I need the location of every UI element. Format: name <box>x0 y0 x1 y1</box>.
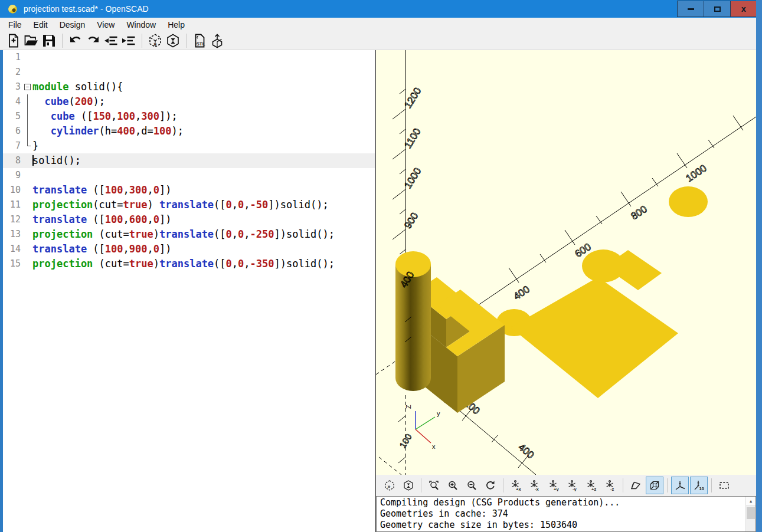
y-axis-line <box>465 117 756 314</box>
console-panel: Compiling design (CSG Products generatio… <box>376 496 756 532</box>
line-number: 6 <box>3 124 23 139</box>
view-neg-x-button[interactable]: -x <box>526 477 544 494</box>
code-editor[interactable]: 123−module solid(){4 cube(200);5 cube ([… <box>3 50 375 532</box>
fold-guide-line <box>27 109 28 124</box>
preview-icon: » <box>384 480 395 491</box>
svg-text:10: 10 <box>699 486 704 491</box>
render-preview-button[interactable]: » <box>146 32 164 49</box>
show-axes-button[interactable] <box>671 477 689 494</box>
scroll-up-arrow-icon[interactable]: ▲ <box>746 497 756 506</box>
render-button[interactable] <box>400 477 417 494</box>
view-neg-y-icon: -y <box>567 480 578 491</box>
close-button[interactable]: x <box>730 1 757 17</box>
z-axis-label: 100 <box>397 432 414 449</box>
unindent-icon <box>103 33 119 48</box>
svg-text:-z: -z <box>610 487 614 492</box>
zoom-in-button[interactable] <box>444 477 462 494</box>
y-axis-label: 800 <box>629 203 649 222</box>
console-scrollbar[interactable]: ▲ <box>745 497 756 531</box>
export-model-button[interactable] <box>208 32 226 49</box>
export-stl-button[interactable]: STL <box>191 32 208 49</box>
indent-button[interactable] <box>120 32 138 49</box>
x-axis-negative-dashed <box>379 457 401 475</box>
menu-help[interactable]: Help <box>162 18 191 31</box>
perspective-button[interactable] <box>627 477 645 494</box>
fold-column <box>23 139 32 153</box>
redo-icon <box>86 33 101 48</box>
scroll-thumb[interactable] <box>747 507 755 519</box>
render-button[interactable] <box>164 32 182 49</box>
reset-view-icon <box>485 480 496 491</box>
y-axis-label: 1000 <box>684 162 709 184</box>
show-scale-markers-button[interactable]: 10 <box>690 477 708 494</box>
unindent-button[interactable] <box>102 32 120 49</box>
code-line-6[interactable]: 6 cylinder(h=400,d=100); <box>3 124 375 139</box>
code-line-12[interactable]: 12translate ([100,600,0]) <box>3 212 375 227</box>
line-number: 10 <box>3 183 23 198</box>
projection-3-circle <box>669 186 708 217</box>
code-line-11[interactable]: 11projection(cut=true) translate([0,0,-5… <box>3 198 375 212</box>
line-number: 2 <box>3 65 23 80</box>
save-file-icon <box>41 33 57 48</box>
main-toolbar: »STL <box>0 32 762 50</box>
menu-edit[interactable]: Edit <box>28 18 54 31</box>
code-line-2[interactable]: 2 <box>3 65 375 80</box>
view-neg-z-button[interactable]: -z <box>601 477 619 494</box>
view-neg-y-button[interactable]: -y <box>564 477 581 494</box>
zoom-out-button[interactable] <box>463 477 480 494</box>
code-line-1[interactable]: 1 <box>3 50 375 65</box>
code-line-3[interactable]: 3−module solid(){ <box>3 80 375 94</box>
view-toolbar-separator <box>503 478 503 492</box>
reset-view-button[interactable] <box>482 477 499 494</box>
show-crosshairs-button[interactable] <box>715 477 733 494</box>
zoom-all-button[interactable] <box>425 477 443 494</box>
code-line-5[interactable]: 5 cube ([150,100,300]); <box>3 109 375 124</box>
code-text: cylinder(h=400,d=100); <box>32 124 375 139</box>
3d-viewport[interactable]: 1200 1100 1000 900 400 600 800 1000 200 … <box>376 50 756 475</box>
code-line-15[interactable]: 15projection (cut=true)translate([0,0,-3… <box>3 257 375 271</box>
code-line-7[interactable]: 7} <box>3 139 375 153</box>
line-number: 3 <box>3 80 23 94</box>
view-pos-z-button[interactable]: +z <box>583 477 600 494</box>
new-file-button[interactable] <box>5 32 22 49</box>
undo-icon <box>68 33 83 48</box>
save-file-button[interactable] <box>40 32 58 49</box>
x-axis-label: 400 <box>516 442 536 461</box>
code-line-4[interactable]: 4 cube(200); <box>3 94 375 109</box>
origin-indicator: Z y x <box>405 405 440 450</box>
code-text: module solid(){ <box>32 80 375 94</box>
code-line-14[interactable]: 14translate ([100,900,0]) <box>3 242 375 257</box>
orthographic-button[interactable] <box>646 477 663 494</box>
maximize-button[interactable] <box>704 1 731 17</box>
console-line: Geometry cache size in bytes: 1503640 <box>380 520 752 531</box>
code-text: cube ([150,100,300]); <box>32 109 375 124</box>
svg-text:+x: +x <box>516 487 521 492</box>
toolbar-separator <box>186 34 187 48</box>
code-line-10[interactable]: 10translate ([100,300,0]) <box>3 183 375 198</box>
view-pos-x-button[interactable]: +x <box>507 477 525 494</box>
fold-column <box>23 212 32 227</box>
menu-design[interactable]: Design <box>54 18 91 31</box>
fold-collapse-icon[interactable]: − <box>24 84 31 90</box>
code-text: projection (cut=true)translate([0,0,-350… <box>32 257 375 271</box>
code-line-8[interactable]: 8solid(); <box>3 153 375 168</box>
minimize-button[interactable] <box>677 1 704 17</box>
menu-view[interactable]: View <box>91 18 120 31</box>
menu-file[interactable]: File <box>2 18 28 31</box>
redo-button[interactable] <box>84 32 102 49</box>
console-output: Compiling design (CSG Products generatio… <box>377 497 756 531</box>
open-file-button[interactable] <box>22 32 40 49</box>
code-text: } <box>32 139 375 153</box>
code-line-13[interactable]: 13projection (cut=true)translate([0,0,-2… <box>3 227 375 242</box>
export-model-icon <box>210 33 225 48</box>
axes <box>376 50 756 475</box>
preview-button[interactable]: » <box>381 477 398 494</box>
show-crosshairs-icon <box>718 480 730 491</box>
code-line-9[interactable]: 9 <box>3 168 375 183</box>
undo-button[interactable] <box>67 32 84 49</box>
menu-window[interactable]: Window <box>120 18 162 31</box>
cylinder-top <box>395 251 431 277</box>
svg-text:»: » <box>153 41 157 47</box>
open-file-icon <box>24 33 39 48</box>
view-pos-y-button[interactable]: +y <box>545 477 562 494</box>
